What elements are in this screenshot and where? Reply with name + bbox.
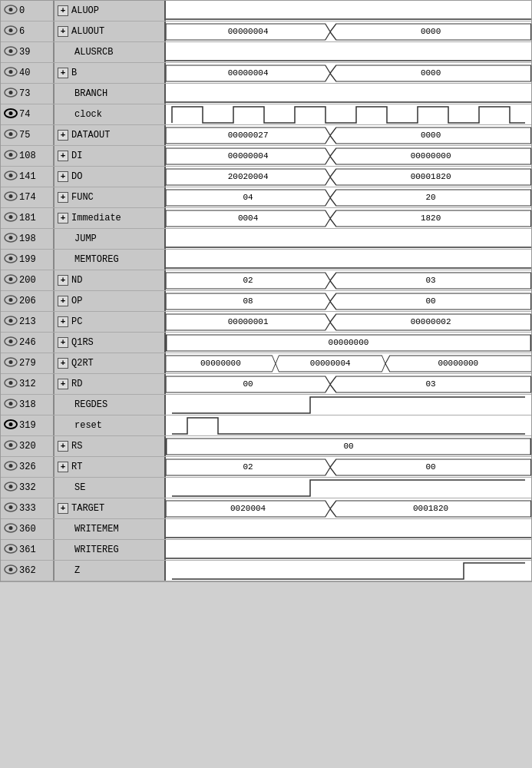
eye-icon[interactable]	[4, 25, 18, 38]
eye-icon[interactable]	[4, 191, 18, 204]
expand-icon[interactable]: +	[58, 316, 68, 327]
signal-name-cell: +FUNC	[55, 187, 166, 207]
waveform-cell: 000000270000	[166, 125, 531, 145]
eye-icon[interactable]	[4, 482, 18, 495]
svg-point-36	[9, 215, 13, 219]
eye-icon[interactable]	[4, 378, 18, 391]
table-row: 332SE	[1, 478, 531, 498]
signal-name-cell: BRANCH	[55, 84, 166, 104]
table-row: 181+Immediate00041820	[1, 208, 531, 229]
expand-icon[interactable]: +	[58, 296, 68, 306]
waveform-cell: 0203	[166, 270, 531, 290]
expand-icon[interactable]: +	[58, 379, 68, 389]
eye-icon[interactable]	[4, 233, 18, 246]
expand-icon[interactable]: +	[58, 26, 68, 37]
expand-icon[interactable]: +	[58, 503, 68, 514]
signal-number: 320	[19, 441, 36, 452]
signal-number: 174	[19, 192, 36, 203]
signal-number: 199	[19, 254, 36, 265]
signal-label: DI	[71, 151, 82, 161]
signal-label: Immediate	[71, 213, 121, 223]
eye-icon[interactable]	[4, 440, 18, 453]
expand-icon[interactable]: +	[58, 130, 68, 141]
eye-icon[interactable]	[4, 212, 18, 225]
expand-icon[interactable]: +	[58, 462, 68, 472]
signal-label: FUNC	[71, 192, 94, 203]
row-number-cell: 361	[1, 540, 55, 560]
eye-icon[interactable]	[4, 316, 18, 329]
svg-point-20	[9, 132, 13, 136]
row-number-cell: 333	[1, 498, 55, 518]
waveform-cell: 2002000400001820	[166, 167, 531, 187]
eye-icon[interactable]	[4, 253, 18, 266]
expand-icon[interactable]: +	[58, 275, 68, 286]
row-number-cell: 75	[1, 125, 55, 145]
signal-number: 206	[19, 296, 36, 306]
row-number-cell: 141	[1, 167, 55, 187]
expand-icon[interactable]: +	[58, 68, 68, 78]
row-number-cell: 360	[1, 519, 55, 539]
svg-point-40	[9, 236, 13, 240]
expand-icon[interactable]: +	[58, 171, 68, 182]
waveform-cell: 000000040000	[166, 22, 531, 41]
svg-point-1	[9, 8, 13, 12]
signal-name-cell: +DATAOUT	[55, 125, 166, 145]
eye-icon[interactable]	[4, 88, 18, 101]
signal-label: ALUOUT	[71, 26, 104, 37]
eye-icon[interactable]	[4, 170, 18, 184]
signal-name-cell: MEMTOREG	[55, 250, 166, 270]
eye-icon[interactable]	[4, 523, 18, 536]
svg-point-72	[9, 422, 13, 426]
signal-label: B	[71, 68, 77, 78]
table-row: 199MEMTOREG	[1, 250, 531, 270]
eye-icon[interactable]	[4, 544, 18, 557]
table-row: 174+FUNC0420	[1, 187, 531, 208]
eye-icon[interactable]	[4, 419, 18, 432]
eye-icon[interactable]	[4, 274, 18, 287]
eye-icon[interactable]	[4, 336, 18, 349]
eye-icon[interactable]	[4, 108, 18, 121]
signal-number: 361	[19, 545, 36, 555]
svg-point-24	[9, 153, 13, 157]
row-number-cell: 108	[1, 146, 55, 166]
eye-icon[interactable]	[4, 295, 18, 308]
expand-icon[interactable]: +	[58, 213, 68, 223]
signal-number: 362	[19, 565, 36, 576]
row-number-cell: 312	[1, 374, 55, 394]
expand-icon[interactable]: +	[58, 358, 68, 369]
eye-icon[interactable]	[4, 5, 18, 18]
signal-label: Q2RT	[71, 358, 94, 369]
row-number-cell: 200	[1, 270, 55, 290]
row-number-cell: 318	[1, 395, 55, 415]
eye-icon[interactable]	[4, 357, 18, 370]
signal-label: ND	[71, 275, 82, 286]
eye-icon[interactable]	[4, 129, 18, 142]
expand-icon[interactable]: +	[58, 441, 68, 452]
waveform-cell: 00200040001820	[166, 498, 531, 518]
row-number-cell: 181	[1, 208, 55, 228]
expand-icon[interactable]: +	[58, 5, 68, 16]
eye-icon[interactable]	[4, 564, 18, 578]
waveform-cell: 0200	[166, 457, 531, 477]
expand-icon[interactable]: +	[58, 192, 68, 203]
table-row: 320+RS00	[1, 436, 531, 457]
eye-icon[interactable]	[4, 67, 18, 80]
expand-icon[interactable]: +	[58, 151, 68, 161]
svg-point-58	[9, 339, 13, 343]
eye-icon[interactable]	[4, 502, 18, 515]
eye-icon[interactable]	[4, 461, 18, 474]
signal-label: BRANCH	[74, 88, 107, 99]
expand-icon[interactable]: +	[58, 337, 68, 348]
waveform-cell	[166, 561, 531, 581]
signal-number: 198	[19, 233, 36, 244]
waveform-cell: 000000000000000400000000	[166, 353, 531, 373]
signal-label: JUMP	[74, 233, 97, 244]
svg-point-77	[9, 464, 13, 468]
eye-icon[interactable]	[4, 399, 18, 412]
svg-point-61	[9, 360, 13, 364]
eye-icon[interactable]	[4, 150, 18, 163]
eye-icon[interactable]	[4, 46, 18, 59]
waveform-cell: 0800	[166, 291, 531, 311]
signal-number: 360	[19, 524, 36, 535]
svg-point-66	[9, 381, 13, 385]
